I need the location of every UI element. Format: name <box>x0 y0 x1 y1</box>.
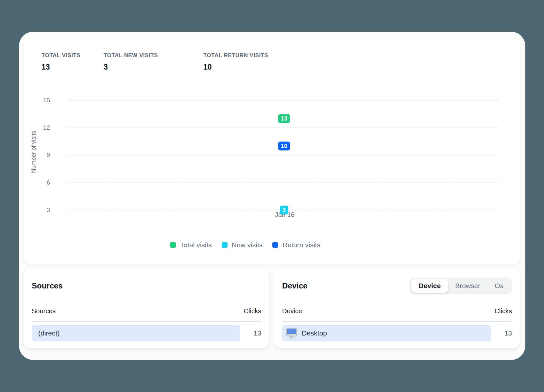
sources-column-header: Sources <box>32 307 56 315</box>
legend-label: Return visits <box>282 241 320 249</box>
device-row-desktop[interactable]: Desktop 13 <box>282 325 512 341</box>
legend-label: Total visits <box>180 241 212 249</box>
legend-item-new-visits[interactable]: New visits <box>222 241 263 249</box>
data-point-badge-return-visits: 10 <box>278 142 290 151</box>
gridline-6 <box>68 182 499 183</box>
table-header-divider <box>282 321 512 321</box>
source-row-bar[interactable]: (direct) <box>32 325 240 341</box>
tab-os[interactable]: Os <box>487 279 511 293</box>
y-axis-tick-3: 3 <box>24 206 50 214</box>
dashboard-container: TOTAL VISITS 13 TOTAL NEW VISITS 3 TOTAL… <box>19 32 525 360</box>
device-card: Device Device Browser Os Device Clicks <box>274 269 520 348</box>
visits-plot-area: Number of visits Jan 16 151296313310 <box>24 39 520 265</box>
sources-card: Sources Sources Clicks (direct) 13 <box>24 269 269 348</box>
device-table-header: Device Clicks <box>282 307 512 315</box>
device-label: Desktop <box>302 329 327 337</box>
data-point-badge-new-visits: 3 <box>280 206 288 215</box>
gridline-9 <box>68 155 499 155</box>
desktop-monitor-icon <box>286 328 297 339</box>
device-column-header: Device <box>282 307 302 315</box>
chart-legend: Total visits New visits Return visits <box>170 241 320 249</box>
gridline-15 <box>68 100 499 101</box>
device-tab-group: Device Browser Os <box>410 278 512 294</box>
new-visits-swatch-icon <box>222 242 228 248</box>
legend-item-total-visits[interactable]: Total visits <box>170 241 212 249</box>
clicks-column-header: Clicks <box>495 307 512 315</box>
device-card-title: Device <box>282 281 307 290</box>
return-visits-swatch-icon <box>272 242 278 248</box>
legend-label: New visits <box>232 241 263 249</box>
legend-item-return-visits[interactable]: Return visits <box>272 241 320 249</box>
sources-table-header: Sources Clicks <box>32 307 261 315</box>
y-axis-tick-9: 9 <box>24 151 50 159</box>
clicks-column-header: Clicks <box>244 307 261 315</box>
total-visits-swatch-icon <box>170 242 176 248</box>
gridline-12 <box>68 127 499 128</box>
table-header-divider <box>32 321 261 321</box>
y-axis-tick-6: 6 <box>24 179 50 187</box>
data-point-badge-total-visits: 13 <box>278 114 290 123</box>
y-axis-tick-12: 12 <box>24 124 50 132</box>
device-clicks-value: 13 <box>491 329 512 337</box>
y-axis-tick-15: 15 <box>24 96 50 104</box>
source-clicks-value: 13 <box>240 329 261 337</box>
visits-chart-card: TOTAL VISITS 13 TOTAL NEW VISITS 3 TOTAL… <box>24 39 520 265</box>
source-row-direct[interactable]: (direct) 13 <box>32 325 261 341</box>
source-label: (direct) <box>38 329 60 337</box>
device-row-bar[interactable]: Desktop <box>282 325 491 341</box>
sources-card-title: Sources <box>32 281 63 290</box>
tab-browser[interactable]: Browser <box>448 279 487 293</box>
tab-device[interactable]: Device <box>411 279 448 293</box>
